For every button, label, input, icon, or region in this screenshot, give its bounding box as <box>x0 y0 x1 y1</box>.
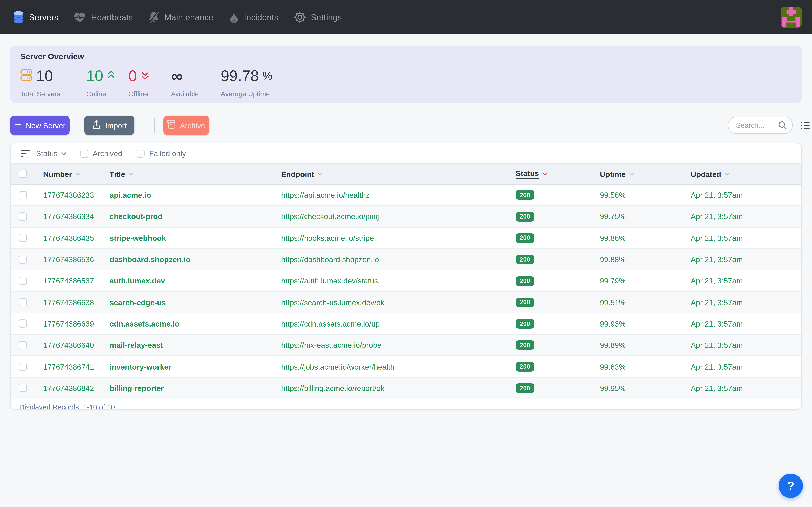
row-title-link[interactable]: stripe-webhook <box>110 234 166 242</box>
row-endpoint-link[interactable]: https://mx-east.acme.io/probe <box>281 341 382 349</box>
row-title-link[interactable]: mail-relay-east <box>110 341 163 349</box>
failed-only-filter[interactable]: Failed only <box>137 149 186 158</box>
search-box <box>728 117 793 134</box>
archive-label: Archive <box>180 121 205 130</box>
heartbeat-icon <box>73 11 87 23</box>
available-label: Available <box>171 90 199 98</box>
row-number-link[interactable]: 177674386741 <box>43 362 94 371</box>
nav-item-incidents[interactable]: Incidents <box>228 11 278 24</box>
nav-item-settings[interactable]: Settings <box>293 11 342 24</box>
row-title-link[interactable]: search-edge-us <box>110 298 166 306</box>
row-endpoint-link[interactable]: https://auth.lumex.dev/status <box>281 277 378 285</box>
row-endpoint-link[interactable]: https://jobs.acme.io/worker/health <box>281 362 395 371</box>
row-title-link[interactable]: api.acme.io <box>110 191 151 199</box>
row-number-link[interactable]: 177674386639 <box>43 320 94 328</box>
row-title-link[interactable]: cdn.assets.acme.io <box>110 320 180 328</box>
stat-offline: 0 <box>129 66 150 86</box>
servers-table-card: Status Archived Failed only Number Title <box>10 143 802 410</box>
table-row[interactable]: 177674386639 cdn.assets.acme.io https://… <box>11 313 801 335</box>
archived-filter[interactable]: Archived <box>80 149 122 158</box>
failed-only-checkbox[interactable] <box>137 150 145 158</box>
row-checkbox[interactable] <box>18 256 27 264</box>
server-overview-panel: Server Overview 10 Total Servers 10 <box>10 46 802 103</box>
table-row[interactable]: 177674386842 billing-reporter https://bi… <box>11 378 801 398</box>
row-endpoint-link[interactable]: https://billing.acme.io/report/ok <box>281 384 384 392</box>
row-endpoint-link[interactable]: https://api.acme.io/healthz <box>281 191 370 199</box>
row-checkbox[interactable] <box>18 320 27 328</box>
row-updated: Apr 21, 3:57am <box>682 298 801 306</box>
table-row[interactable]: 177674386537 auth.lumex.dev https://auth… <box>11 270 801 292</box>
table-row[interactable]: 177674386536 dashboard.shopzen.io https:… <box>11 249 801 270</box>
row-checkbox[interactable] <box>18 298 27 306</box>
select-all-checkbox[interactable] <box>19 170 27 178</box>
help-question-mark: ? <box>787 479 794 493</box>
row-number-link[interactable]: 177674386536 <box>43 255 94 264</box>
row-endpoint-link[interactable]: https://checkout.acme.io/ping <box>281 212 380 221</box>
chevrons-up-icon <box>107 69 116 82</box>
app-logo[interactable] <box>780 7 802 28</box>
nav-item-servers[interactable]: Servers <box>13 11 58 24</box>
row-number-link[interactable]: 177674386334 <box>43 212 94 221</box>
stat-available: ∞ <box>171 66 183 86</box>
column-header-title[interactable]: Title <box>101 170 273 178</box>
sort-chevron-down-icon <box>542 172 548 176</box>
row-uptime: 99.89% <box>592 341 682 349</box>
list-view-icon[interactable] <box>800 120 810 131</box>
row-endpoint-link[interactable]: https://cdn.assets.acme.io/up <box>281 320 380 328</box>
row-endpoint-link[interactable]: https://search-us.lumex.dev/ok <box>281 298 384 306</box>
table-row[interactable]: 177674386334 checkout-prod https://check… <box>11 206 801 227</box>
row-title-link[interactable]: dashboard.shopzen.io <box>110 255 191 264</box>
status-badge: 200 <box>516 362 535 372</box>
row-uptime: 99.93% <box>592 320 682 328</box>
import-button[interactable]: Import <box>84 116 135 135</box>
row-endpoint-link[interactable]: https://hooks.acme.io/stripe <box>281 234 374 242</box>
row-checkbox[interactable] <box>18 191 27 199</box>
nav-label-settings: Settings <box>311 12 342 22</box>
row-updated: Apr 21, 3:57am <box>682 341 801 349</box>
archived-label: Archived <box>93 149 122 158</box>
row-number-link[interactable]: 177674386537 <box>43 277 94 285</box>
row-checkbox[interactable] <box>18 234 27 242</box>
search-icon[interactable] <box>778 121 787 132</box>
archived-checkbox[interactable] <box>80 150 88 158</box>
column-header-status[interactable]: Status <box>507 169 592 179</box>
column-header-number[interactable]: Number <box>35 170 101 178</box>
column-header-updated[interactable]: Updated <box>682 170 801 178</box>
row-number-link[interactable]: 177674386233 <box>43 191 94 199</box>
help-button[interactable]: ? <box>778 473 803 498</box>
table-row[interactable]: 177674386435 stripe-webhook https://hook… <box>11 227 801 249</box>
row-number-link[interactable]: 177674386640 <box>43 341 94 349</box>
row-checkbox[interactable] <box>18 341 27 349</box>
table-row[interactable]: 177674386638 search-edge-us https://sear… <box>11 292 801 313</box>
row-uptime: 99.75% <box>592 212 682 221</box>
row-checkbox[interactable] <box>18 362 27 371</box>
table-row[interactable]: 177674386233 api.acme.io https://api.acm… <box>11 184 801 206</box>
row-title-link[interactable]: auth.lumex.dev <box>110 277 165 285</box>
nav-item-heartbeats[interactable]: Heartbeats <box>73 11 133 23</box>
row-number-link[interactable]: 177674386638 <box>43 298 94 306</box>
status-filter-dropdown[interactable]: Status <box>36 149 67 158</box>
status-badge: 200 <box>516 190 535 200</box>
table-row[interactable]: 177674386640 mail-relay-east https://mx-… <box>11 335 801 356</box>
archive-button[interactable]: Archive <box>163 116 209 135</box>
row-number-link[interactable]: 177674386842 <box>43 384 94 392</box>
row-updated: Apr 21, 3:57am <box>682 191 801 199</box>
chevron-down-icon <box>128 172 134 176</box>
row-title-link[interactable]: inventory-worker <box>110 362 171 371</box>
row-title-link[interactable]: billing-reporter <box>110 384 164 392</box>
table-row[interactable]: 177674386741 inventory-worker https://jo… <box>11 356 801 378</box>
column-header-endpoint[interactable]: Endpoint <box>273 170 507 178</box>
nav-items: Servers Heartbeats <box>13 11 342 24</box>
status-badge: 200 <box>516 298 535 307</box>
row-title-link[interactable]: checkout-prod <box>110 212 163 221</box>
online-value: 10 <box>86 67 103 85</box>
row-checkbox[interactable] <box>18 213 27 221</box>
row-updated: Apr 21, 3:57am <box>682 277 801 285</box>
row-number-link[interactable]: 177674386435 <box>43 234 94 242</box>
row-checkbox[interactable] <box>18 384 27 392</box>
row-checkbox[interactable] <box>18 277 27 285</box>
new-server-button[interactable]: New Server <box>10 116 69 135</box>
nav-item-maintenance[interactable]: Maintenance <box>148 11 213 24</box>
column-header-uptime[interactable]: Uptime <box>592 170 682 178</box>
row-endpoint-link[interactable]: https://dashboard.shopzen.io <box>281 255 379 264</box>
